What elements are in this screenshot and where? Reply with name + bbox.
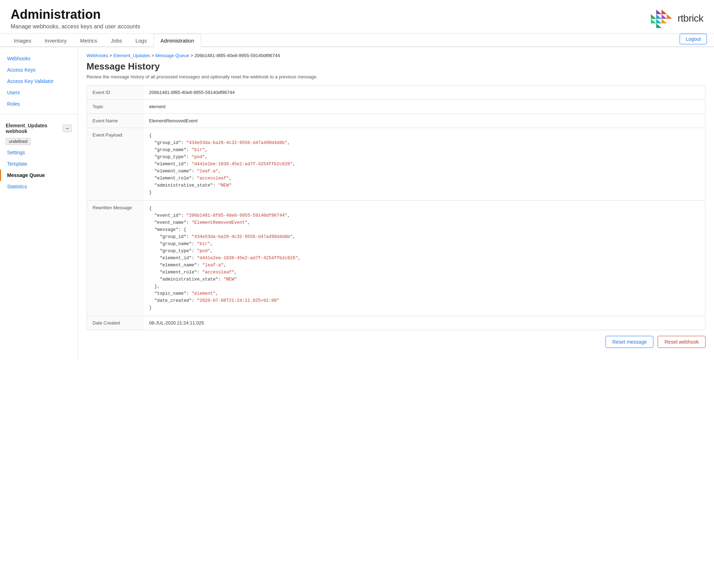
breadcrumb-sep-1: >: [110, 53, 113, 58]
reset-message-button[interactable]: Reset message: [606, 336, 653, 348]
sidebar-item-roles[interactable]: Roles: [0, 98, 78, 110]
table-row-topic: Topic element: [87, 100, 705, 114]
header-left: Administration Manage webhooks, access k…: [11, 7, 140, 30]
breadcrumb: Webhooks > Element_Updates > Message Que…: [87, 53, 705, 58]
main-layout: Webhooks Access Keys Access Key Validato…: [0, 47, 714, 359]
webhook-tooltip-container: undefined: [0, 138, 78, 147]
reset-webhook-button[interactable]: Reset webhook: [658, 336, 705, 348]
page-title: Message History: [87, 61, 705, 72]
tab-images[interactable]: Images: [7, 34, 38, 47]
webhook-name-label: Element_Updates webhook: [6, 123, 60, 134]
svg-marker-8: [656, 10, 662, 14]
svg-marker-2: [662, 14, 667, 19]
sidebar-item-users[interactable]: Users: [0, 87, 78, 98]
rewritten-message-json: { "event_id": "206b1481-8f85-40e8-9955-5…: [149, 205, 700, 311]
tab-jobs[interactable]: Jobs: [104, 34, 129, 47]
tab-inventory[interactable]: Inventory: [38, 34, 73, 47]
topic-value: element: [144, 100, 705, 114]
svg-marker-6: [662, 19, 667, 23]
table-row-date-created: Date Created 08-JUL-2020 21:24:11.025: [87, 316, 705, 330]
svg-marker-4: [651, 19, 656, 23]
sidebar-item-access-keys[interactable]: Access Keys: [0, 64, 78, 76]
svg-marker-1: [667, 14, 672, 19]
table-row-event-payload: Event Payload { "group_id": "434e53da-ba…: [87, 128, 705, 201]
event-name-value: ElementRemovedEvent: [144, 114, 705, 128]
sidebar: Webhooks Access Keys Access Key Validato…: [0, 47, 78, 359]
rewritten-message-value: { "event_id": "206b1481-8f85-40e8-9955-5…: [144, 201, 705, 316]
date-created-value: 08-JUL-2020 21:24:11.025: [144, 316, 705, 330]
svg-marker-9: [656, 23, 662, 28]
webhook-collapse-button[interactable]: −: [63, 124, 72, 132]
table-row-event-id: Event ID 206b1481-8f85-40e8-9955-59140df…: [87, 85, 705, 100]
header-right: rtbrick: [649, 8, 703, 29]
breadcrumb-sep-3: >: [190, 53, 194, 58]
actions-bar: Reset message Reset webhook: [87, 330, 705, 354]
content-area: Webhooks > Element_Updates > Message Que…: [78, 47, 714, 359]
sidebar-item-statistics[interactable]: Statistics: [0, 181, 78, 192]
svg-marker-3: [656, 14, 662, 19]
rtbrick-logo-icon: [649, 8, 674, 29]
event-name-label: Event Name: [87, 114, 144, 128]
event-payload-json: { "group_id": "434e53da-ba28-4c32-9556-d…: [149, 132, 700, 196]
sidebar-item-settings[interactable]: Settings: [0, 147, 78, 158]
tab-logs[interactable]: Logs: [129, 34, 154, 47]
webhook-section: Element_Updates webhook −: [0, 118, 78, 138]
date-created-label: Date Created: [87, 316, 144, 330]
nav-tabs: Images Inventory Metrics Jobs Logs Admin…: [0, 34, 714, 47]
sidebar-item-access-key-validator[interactable]: Access Key Validator: [0, 76, 78, 87]
rewritten-message-label: Rewritten Message: [87, 201, 144, 316]
webhook-tooltip: undefined: [6, 138, 31, 145]
breadcrumb-event-id: 206b1481-8f85-40e8-9955-59140df96744: [194, 53, 280, 58]
sidebar-divider: [0, 114, 78, 114]
event-payload-value: { "group_id": "434e53da-ba28-4c32-9556-d…: [144, 128, 705, 201]
svg-marker-7: [651, 14, 656, 19]
breadcrumb-sep-2: >: [151, 53, 155, 58]
header: Administration Manage webhooks, access k…: [0, 0, 714, 34]
svg-marker-0: [662, 10, 667, 14]
event-payload-label: Event Payload: [87, 128, 144, 201]
breadcrumb-webhooks[interactable]: Webhooks: [87, 53, 108, 58]
table-row-event-name: Event Name ElementRemovedEvent: [87, 114, 705, 128]
topic-label: Topic: [87, 100, 144, 114]
logo-container: rtbrick: [649, 8, 703, 29]
sidebar-item-template[interactable]: Template: [0, 158, 78, 170]
tab-administration[interactable]: Administration: [154, 34, 201, 47]
page-subtitle: Review the message history of all proces…: [87, 74, 705, 79]
logo-text: rtbrick: [677, 13, 703, 24]
page-heading-subtitle: Manage webhooks, access keys and user ac…: [11, 23, 140, 30]
page-heading: Administration: [11, 7, 140, 22]
sidebar-item-message-queue[interactable]: Message Queue: [0, 170, 78, 181]
detail-table: Event ID 206b1481-8f85-40e8-9955-59140df…: [87, 85, 705, 330]
logout-button[interactable]: Logout: [680, 34, 707, 44]
tab-metrics[interactable]: Metrics: [73, 34, 104, 47]
breadcrumb-message-queue[interactable]: Message Queue: [155, 53, 189, 58]
breadcrumb-element-updates[interactable]: Element_Updates: [113, 53, 150, 58]
table-row-rewritten-message: Rewritten Message { "event_id": "206b148…: [87, 201, 705, 316]
event-id-value: 206b1481-8f85-40e8-9955-59140df96744: [144, 85, 705, 100]
sidebar-item-webhooks[interactable]: Webhooks: [0, 53, 78, 64]
svg-marker-5: [656, 19, 662, 23]
event-id-label: Event ID: [87, 85, 144, 100]
